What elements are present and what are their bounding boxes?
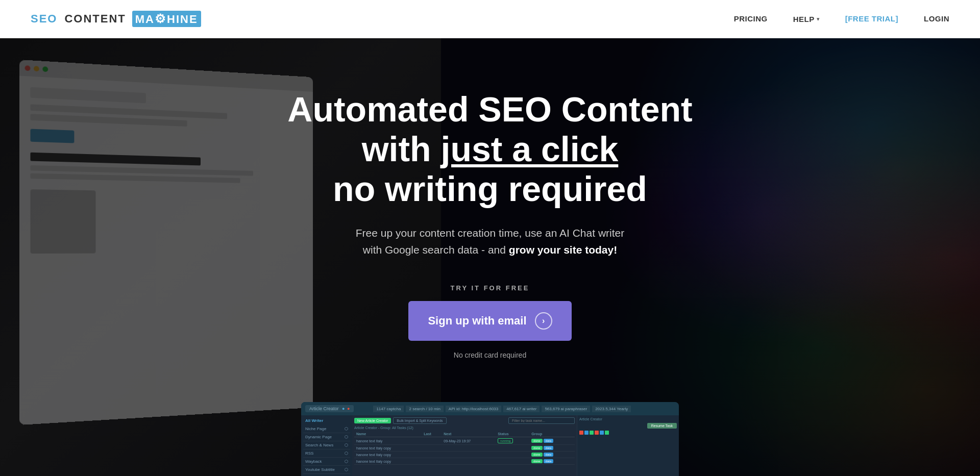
hero-section: Automated SEO Content with just a click … (0, 38, 980, 476)
control-dot-blue (584, 431, 589, 435)
col-status: Status (496, 431, 529, 437)
headline-line2-start: with (362, 130, 441, 168)
row-name: hanone text Italy copy (354, 445, 422, 452)
right-panel-header: Article Creator (579, 417, 677, 421)
login-link[interactable]: LOGIN (924, 14, 949, 23)
table-row[interactable]: hanone text Italy copy done data (354, 445, 575, 452)
signup-button-text: Sign up with email (428, 314, 526, 328)
control-dot-blue2 (600, 431, 604, 435)
control-dot-red2 (595, 431, 599, 435)
dashboard-body: All Writer Niche Page⬡ Dynamic Page⬡ Sea… (301, 415, 679, 476)
dashboard-header: Article Creator ● ● 1147 captcha 2 searc… (301, 402, 679, 415)
stat-ai-para: 563,679 ai paraphraser (542, 406, 590, 412)
control-dot-green2 (605, 431, 609, 435)
group-label: Article Creator - Group: All Tasks (12) (354, 426, 575, 430)
sidebar-item-search[interactable]: Search & News⬡ (303, 441, 350, 449)
subtext-line2-start: with Google search data - and (363, 244, 509, 256)
resume-task-button[interactable]: Resume Task (647, 423, 677, 429)
no-credit-text: No credit card required (454, 351, 526, 359)
table-row[interactable]: hanone text Italy copy done data (354, 452, 575, 458)
bulk-import-button[interactable]: Bulk Import & Split Keywords (393, 417, 446, 424)
nav-item-free-trial[interactable]: [FREE TRIAL] (845, 14, 898, 23)
headline-line3: no writing required (333, 169, 647, 208)
navbar: SEO CONTENT MA⚙HINE PRICING HELP ▾ [FREE… (0, 0, 980, 38)
control-dot-green (590, 431, 594, 435)
sidebar-item-rss[interactable]: RSS⬡ (303, 449, 350, 458)
new-article-button[interactable]: New Article Creator (354, 418, 391, 423)
dashboard-sidebar: All Writer Niche Page⬡ Dynamic Page⬡ Sea… (301, 415, 352, 476)
badge-done: done (531, 459, 542, 463)
table-row[interactable]: hanone text Italy copy done data (354, 458, 575, 465)
row-name: hanone text Italy (354, 437, 422, 445)
badge-done: done (531, 439, 542, 443)
logo-content: CONTENT (64, 12, 126, 26)
stat-api: API id: http://localhost:6033 (446, 406, 501, 412)
sidebar-item-wayback[interactable]: Wayback⬡ (303, 458, 350, 466)
col-next: Next (442, 431, 496, 437)
free-trial-link[interactable]: [FREE TRIAL] (845, 14, 898, 23)
logo-machine: MA⚙HINE (132, 11, 201, 27)
dashboard-main: New Article Creator Bulk Import & Split … (352, 415, 577, 476)
badge-data: data (544, 446, 554, 450)
stat-captcha: 1147 captcha (373, 406, 404, 412)
badge-data: data (544, 439, 554, 443)
chevron-down-icon: ▾ (817, 16, 820, 22)
control-dot-red (579, 431, 583, 435)
help-link[interactable]: HELP (793, 15, 815, 23)
right-panel: Article Creator Resume Task (577, 415, 679, 476)
row-name: hanone text Italy copy (354, 452, 422, 458)
action-row: Resume Task (579, 423, 677, 429)
dashboard-toolbar: New Article Creator Bulk Import & Split … (354, 417, 575, 424)
col-last: Last (422, 431, 442, 437)
subtext-bold: grow your site today! (509, 244, 617, 256)
logo[interactable]: SEO CONTENT MA⚙HINE (31, 11, 201, 27)
badge-data: data (544, 459, 554, 463)
signup-button[interactable]: Sign up with email › (408, 301, 571, 341)
table-row[interactable]: hanone text Italy 09-May-23 19:37 runnin… (354, 437, 575, 445)
dashboard-preview: Article Creator ● ● 1147 captcha 2 searc… (301, 402, 679, 476)
stat-yearly: 2023.5,344 Yearly (592, 406, 631, 412)
try-free-label: TRY IT FOR FREE (451, 284, 530, 292)
stat-search: 2 search / 10 min (406, 406, 443, 412)
badge-done: done (531, 446, 542, 450)
badge-done: done (531, 453, 542, 457)
stat-ai-writer: 467,617 ai writer (503, 406, 540, 412)
row-next: 09-May-23 19:37 (442, 437, 496, 445)
badge-data: data (544, 453, 554, 457)
hero-content: Automated SEO Content with just a click … (0, 38, 980, 390)
col-name: Name (354, 431, 422, 437)
nav-item-login[interactable]: LOGIN (924, 14, 949, 23)
status-badge: running (498, 438, 513, 443)
col-group: Group (529, 431, 575, 437)
arrow-icon: › (535, 312, 552, 330)
task-table: Name Last Next Status Group hanone text … (354, 431, 575, 465)
nav-item-help[interactable]: HELP ▾ (793, 15, 820, 23)
subtext-line1: Free up your content creation time, use … (356, 227, 624, 239)
logo-seo: SEO (31, 12, 57, 26)
headline-line1: Automated SEO Content (287, 90, 692, 129)
nav-links: PRICING HELP ▾ [FREE TRIAL] LOGIN (734, 14, 949, 23)
dashboard-tab[interactable]: Article Creator ● ● (305, 405, 354, 412)
nav-item-pricing[interactable]: PRICING (734, 14, 768, 23)
pricing-link[interactable]: PRICING (734, 14, 768, 23)
sidebar-item-niche[interactable]: Niche Page⬡ (303, 425, 350, 433)
hero-subtext: Free up your content creation time, use … (356, 224, 624, 259)
dashboard-stats-row: 1147 captcha 2 search / 10 min API id: h… (373, 406, 631, 412)
headline-emphasis: just a click (441, 130, 619, 168)
filter-input[interactable] (508, 417, 575, 424)
hero-headline: Automated SEO Content with just a click … (287, 89, 692, 209)
sidebar-item-dynamic[interactable]: Dynamic Page⬡ (303, 433, 350, 441)
row-name: hanone text Italy copy (354, 458, 422, 465)
sidebar-item-youtube[interactable]: Youtube Subtitle⬡ (303, 466, 350, 474)
